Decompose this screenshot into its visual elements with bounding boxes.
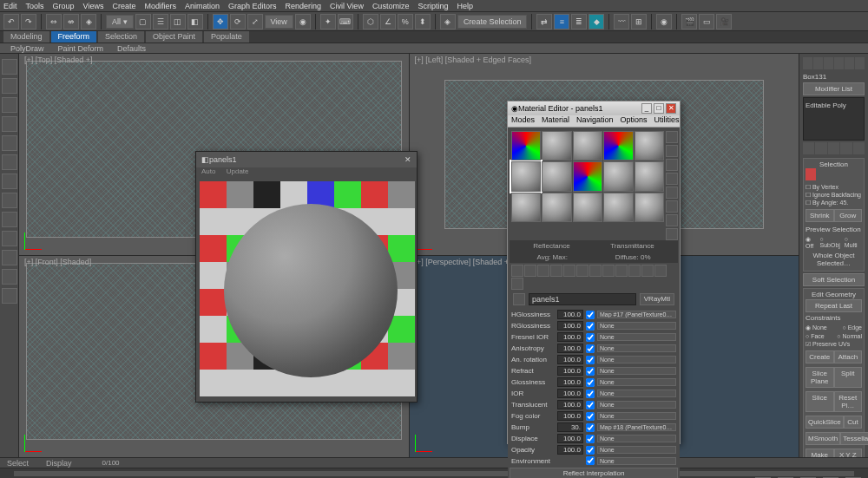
- preview-titlebar[interactable]: ◧ panels1 ✕: [196, 152, 417, 167]
- param-checkbox[interactable]: [586, 412, 595, 421]
- swatch-5[interactable]: [511, 161, 541, 191]
- param-map-button[interactable]: Map #17 (PanelTexture001.jpg): [597, 311, 676, 318]
- param-map-button[interactable]: None: [597, 457, 676, 465]
- param-checkbox[interactable]: [586, 401, 595, 409]
- param-value[interactable]: 100.0: [557, 344, 583, 353]
- quickslice-button[interactable]: QuickSlice: [806, 416, 844, 429]
- param-map-button[interactable]: None: [597, 344, 676, 352]
- param-map-button[interactable]: None: [597, 401, 676, 409]
- swatch-12[interactable]: [573, 193, 602, 222]
- lt-11[interactable]: [2, 250, 17, 265]
- param-map-button[interactable]: None: [597, 333, 676, 341]
- xyz-button[interactable]: X Y Z: [834, 449, 863, 457]
- lt-6[interactable]: [2, 154, 17, 170]
- slice-plane-button[interactable]: Slice Plane: [806, 367, 834, 388]
- param-value[interactable]: 100.0: [557, 411, 583, 421]
- preview-update[interactable]: Update: [227, 167, 249, 175]
- param-value[interactable]: 100.0: [557, 321, 583, 331]
- move-button[interactable]: ✥: [213, 14, 228, 29]
- me-tool-show[interactable]: [628, 265, 641, 277]
- param-checkbox[interactable]: [586, 322, 595, 331]
- snap-button[interactable]: ⬡: [363, 14, 378, 29]
- menu-create[interactable]: Create: [112, 2, 135, 10]
- me-tool-nav1[interactable]: [654, 265, 667, 277]
- me-tool-showend[interactable]: [641, 265, 654, 277]
- me-tool-assign[interactable]: [537, 265, 549, 277]
- ignore-backfacing-checkbox[interactable]: ☐ Ignore Backfacing: [806, 192, 862, 199]
- subribbon-paintdeform[interactable]: Paint Deform: [51, 43, 111, 53]
- c-face-radio[interactable]: ○ Face: [806, 333, 825, 339]
- layer-button[interactable]: ≣: [571, 14, 587, 29]
- lt-1[interactable]: [2, 59, 17, 75]
- me-tool-pick[interactable]: [576, 265, 589, 277]
- graphite-button[interactable]: ◆: [589, 14, 604, 29]
- param-checkbox[interactable]: [586, 423, 595, 432]
- ref-coord-dropdown[interactable]: View: [265, 15, 293, 29]
- ribbon-freeform[interactable]: Freeform: [51, 31, 97, 43]
- pivot-button[interactable]: ◉: [295, 14, 311, 29]
- subobj-element[interactable]: [852, 168, 862, 180]
- me-tool-uniq[interactable]: [589, 265, 602, 277]
- prev-subobj-radio[interactable]: ○ SubObj: [819, 236, 844, 249]
- param-value[interactable]: 30.: [557, 422, 583, 432]
- swatch-4[interactable]: [635, 131, 664, 160]
- cp-utilities-tab[interactable]: [855, 57, 865, 69]
- param-checkbox[interactable]: [586, 356, 595, 364]
- shrink-button[interactable]: Shrink: [806, 209, 834, 222]
- lt-3[interactable]: [2, 97, 17, 113]
- menu-group[interactable]: Group: [53, 2, 75, 10]
- c-none-radio[interactable]: ◉ None: [806, 324, 827, 331]
- cp-modify-tab[interactable]: [813, 57, 823, 69]
- reflect-interp-rollout[interactable]: Reflect interpolation: [510, 468, 678, 478]
- material-preview-window[interactable]: ◧ panels1 ✕ Auto Update: [195, 151, 418, 403]
- rotate-button[interactable]: ⟳: [230, 14, 246, 29]
- me-menu-options[interactable]: Options: [621, 115, 648, 127]
- soft-selection-rollout[interactable]: Soft Selection: [803, 273, 865, 286]
- prev-multi-radio[interactable]: ○ Multi: [845, 236, 862, 249]
- param-value[interactable]: 100.0: [557, 366, 583, 376]
- subobj-vertex[interactable]: [806, 168, 816, 180]
- preview-auto[interactable]: Auto: [201, 167, 215, 175]
- param-value[interactable]: 100.0: [557, 434, 583, 443]
- ribbon-modeling[interactable]: Modeling: [3, 31, 49, 43]
- preview-close-button[interactable]: ✕: [404, 155, 411, 164]
- param-map-button[interactable]: None: [597, 356, 676, 363]
- redo-button[interactable]: ↷: [21, 14, 36, 29]
- me-menu-utilities[interactable]: Utilities: [654, 115, 680, 127]
- swatch-6[interactable]: [542, 161, 571, 191]
- param-checkbox[interactable]: [586, 446, 595, 455]
- me-tool-copy[interactable]: [563, 265, 575, 277]
- param-value[interactable]: 100.0: [557, 445, 583, 455]
- menu-scripting[interactable]: Scripting: [418, 2, 448, 10]
- window-crossing-button[interactable]: ◧: [187, 14, 203, 29]
- vp-top-label[interactable]: [+] [Top] [Shaded +]: [24, 56, 93, 64]
- me-sidebtn-options[interactable]: [666, 200, 678, 213]
- bind-button[interactable]: ◈: [81, 14, 96, 29]
- slice-button[interactable]: Slice: [806, 391, 834, 412]
- menu-animation[interactable]: Animation: [185, 2, 220, 10]
- modifier-stack[interactable]: Editable Poly: [803, 97, 865, 141]
- subribbon-defaults[interactable]: Defaults: [110, 43, 153, 53]
- param-map-button[interactable]: None: [597, 378, 676, 386]
- msmooth-button[interactable]: MSmooth: [806, 432, 840, 445]
- param-value[interactable]: 100.0: [557, 332, 583, 342]
- me-tool-put[interactable]: [524, 265, 536, 277]
- cp-motion-tab[interactable]: [834, 57, 844, 69]
- render-setup-button[interactable]: 🎬: [681, 14, 697, 29]
- param-checkbox[interactable]: [586, 456, 595, 465]
- menu-grapheditors[interactable]: Graph Editors: [228, 2, 277, 10]
- prev-off-radio[interactable]: ◉ Off: [806, 236, 819, 249]
- subobj-edge[interactable]: [817, 168, 827, 180]
- param-value[interactable]: 100.0: [557, 400, 583, 409]
- param-map-button[interactable]: None: [597, 322, 676, 330]
- param-map-button[interactable]: None: [597, 435, 676, 442]
- selection-filter-dropdown[interactable]: All ▾: [106, 15, 134, 29]
- lt-12[interactable]: [2, 269, 17, 285]
- param-checkbox[interactable]: [586, 333, 595, 342]
- param-checkbox[interactable]: [586, 367, 595, 376]
- swatch-11[interactable]: [542, 193, 571, 222]
- stack-btn-5[interactable]: [853, 142, 865, 154]
- param-map-button[interactable]: None: [597, 367, 676, 375]
- me-tool-idch[interactable]: [615, 265, 628, 277]
- swatch-10[interactable]: [511, 193, 541, 222]
